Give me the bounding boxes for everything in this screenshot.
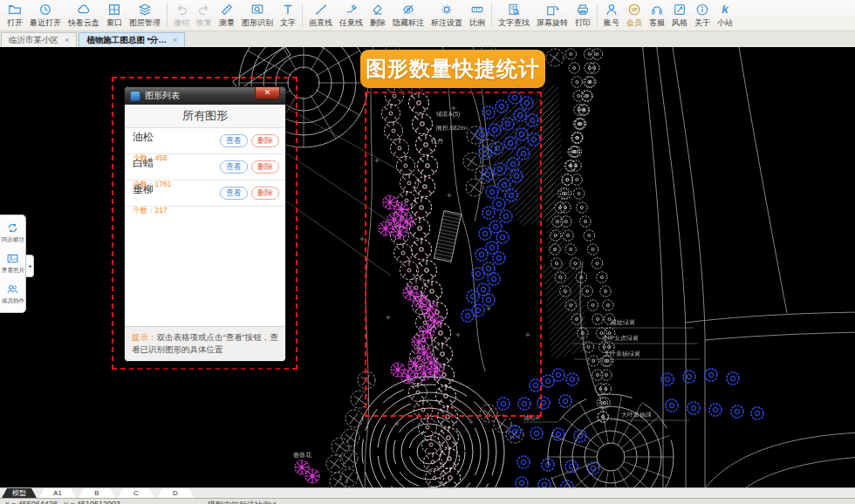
ruler-icon [220,3,234,17]
svg-text:蔷薇花: 蔷薇花 [293,452,311,459]
sheet-tab-a1[interactable]: A1 [39,488,76,498]
sheet-tab-b[interactable]: B [79,488,115,498]
text-search-button[interactable]: 文字查找 [495,1,533,31]
dialog-app-icon [130,91,140,101]
layout-tab-bar: 模型 A1 B C D [0,487,855,498]
layer-manager-button[interactable]: 图层管理 [126,1,164,31]
text-button[interactable]: 文字 [277,1,299,31]
undo-button[interactable]: 撤销 [170,1,193,31]
toolbar-separator [167,3,168,27]
main-toolbar: 打开 最近打开 快看云盘 窗口 图层管理 撤销 恢复 测量 图形识别 文字 画直… [0,0,855,31]
recent-open-button[interactable]: 最近打开 [26,1,65,31]
doc-search-icon [507,3,521,17]
open-button[interactable]: 打开 [3,1,26,31]
delete-button[interactable]: 删除 [251,187,279,200]
panel-collapse-handle[interactable]: ◂ [26,255,34,277]
window-button[interactable]: 窗口 [103,1,126,31]
sheet-tab-model[interactable]: 模型 [2,488,37,498]
doc-tab-planting-plan[interactable]: 植物施工图总图 *分… × [79,32,185,47]
delete-button[interactable]: 删除 [251,134,279,147]
close-icon: ✕ [264,88,271,97]
layers-icon [138,3,152,17]
cloud-icon [77,3,91,17]
hide-annotation-button[interactable]: 隐藏标注 [389,1,428,31]
promo-banner: 图形数量快捷统计 [360,50,545,88]
eye-off-icon [401,3,415,17]
cloud-drive-button[interactable]: 快看云盘 [65,1,103,31]
view-button[interactable]: 查看 [220,187,248,200]
user-icon [605,3,619,17]
highlight-drawing-region [365,92,542,417]
list-item-pine[interactable]: 油松 个数：458 查看 删除 [125,128,285,154]
plant-count: 个数：217 [133,206,168,216]
redo-icon [197,3,211,17]
redo-button[interactable]: 恢复 [193,1,215,31]
svg-text:大叶黄杨球: 大叶黄杨球 [621,412,652,419]
delete-button[interactable]: 删除 [251,160,279,174]
sheet-tab-c[interactable]: C [118,488,154,498]
annotation-scale: 模型中的标注比例:1 [208,500,277,504]
k-logo-icon [718,3,732,17]
status-bar: x = 455064428 , y = 4510512003 模型中的标注比例:… [0,498,855,504]
team-collaboration-button[interactable]: 成员协作 [0,279,25,310]
shape-recognition-icon [250,3,264,17]
toolbar-separator [491,3,492,27]
dialog-close-button[interactable]: ✕ [255,87,280,99]
team-icon [6,283,19,296]
toolbar-separator [302,3,303,27]
folder-open-icon [8,3,22,17]
printer-icon [576,3,590,17]
rotate-icon [545,3,559,17]
free-line-button[interactable]: 任意线 [336,1,366,31]
measure-button[interactable]: 测量 [215,1,238,31]
screen-rotate-button[interactable]: 屏幕旋转 [533,1,571,31]
collapse-arrow-icon: ◂ [28,263,31,269]
svg-text:金叶女贞绿篱: 金叶女贞绿篱 [602,335,639,341]
headset-icon [650,3,664,17]
window-icon [107,3,121,17]
dialog-title-bar[interactable]: 图形列表 ✕ [125,87,285,105]
eraser-icon [371,3,385,17]
cursor-coordinates: x = 455064428 , y = 4510512003 [5,500,120,504]
vip-button[interactable]: 会员 [623,1,646,31]
info-icon [695,3,709,17]
support-button[interactable]: 客服 [646,1,668,31]
account-button[interactable]: 账号 [600,1,623,31]
view-button[interactable]: 查看 [220,134,248,147]
text-icon [281,3,295,17]
line-icon [314,3,328,17]
dialog-header: 所有图形 [125,105,285,128]
side-tool-panel: 同步标注 查看照片 成员协作 [0,215,26,313]
scale-button[interactable]: 比例 [466,1,489,31]
annotation-settings-button[interactable]: 标注设置 [428,1,466,31]
sheet-tab-d[interactable]: D [157,488,194,498]
plant-count: 个数：458 [133,153,168,164]
doc-tab-community[interactable]: 临沂市某小区 × [1,32,77,47]
list-empty-area [125,207,285,326]
shape-recognition-button[interactable]: 图形识别 [238,1,277,31]
svg-text:模纹绿篱: 模纹绿篱 [611,319,635,326]
dialog-title: 图形列表 [145,90,180,102]
cad-canvas[interactable]: 铺装A(5) 面积:682m² 牡丹 模纹绿篱 金叶女贞绿篱 大叶黄杨绿篱 大叶… [0,47,855,487]
plant-count: 个数：1761 [133,180,171,190]
tab-close-icon[interactable]: × [65,36,69,44]
dialog-hint: 提示：双击表格项或点击“查看”按钮，查看已识别图形的具体位置 [125,326,285,361]
tab-close-icon[interactable]: × [173,36,177,44]
style-button[interactable]: 风格 [668,1,691,31]
print-button[interactable]: 打印 [571,1,594,31]
gear-icon [440,3,454,17]
toolbar-separator [597,3,598,27]
view-button[interactable]: 查看 [220,160,248,174]
clock-icon [38,3,52,17]
photo-icon [6,252,19,265]
site-button[interactable]: 小站 [714,1,736,31]
plant-name: 油松 [133,132,154,142]
pen-icon [345,3,359,17]
about-button[interactable]: 关于 [691,1,714,31]
delete-button[interactable]: 删除 [366,1,389,31]
graphics-list-dialog: 图形列表 ✕ 所有图形 油松 个数：458 查看 删除 白蜡 个数：1761 查… [124,86,286,362]
scale-ruler-icon [470,3,484,17]
draw-line-button[interactable]: 画直线 [305,1,336,31]
view-photos-button[interactable]: 查看照片 [0,249,25,279]
sync-annotation-button[interactable]: 同步标注 [0,218,25,249]
